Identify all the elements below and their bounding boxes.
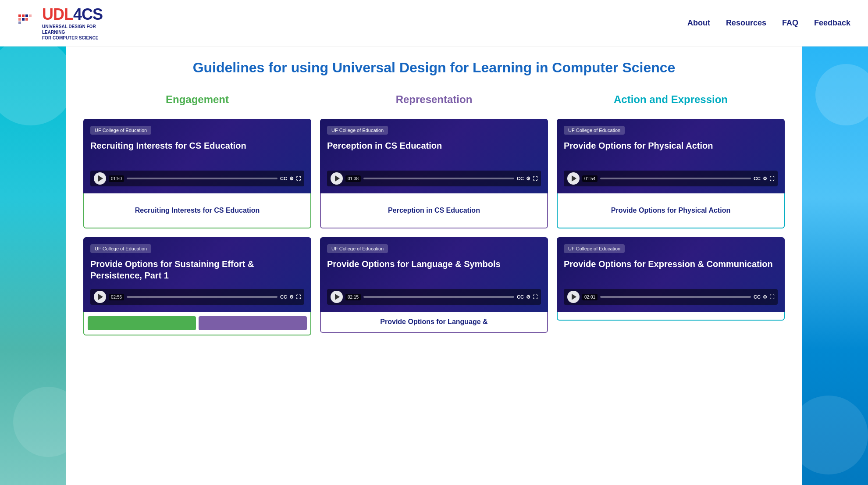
sidebar-left-decoration [0,46,66,485]
uf-badge-expression: UF College of Education [564,244,625,253]
video-thumbnail-perception[interactable]: UF College of Education Perception in CS… [320,119,548,193]
fullscreen-icon-recruiting[interactable]: ⛶ [296,176,301,181]
video-thumbnail-sustaining[interactable]: UF College of Education Provide Options … [83,237,311,312]
video-title-perception: Perception in CS Education [327,140,541,166]
play-icon-recruiting [98,175,103,182]
nav-feedback[interactable]: Feedback [814,18,850,28]
video-thumbnail-expression[interactable]: UF College of Education Provide Options … [557,237,785,312]
settings-icon-sustaining[interactable]: ⚙ [289,294,294,300]
progress-bar-perception[interactable] [363,178,514,179]
video-title-expression: Provide Options for Expression & Communi… [564,258,778,285]
settings-icon-language[interactable]: ⚙ [526,294,530,300]
card-perception: UF College of Education Perception in CS… [320,119,548,228]
video-controls-physical[interactable]: 01:54 CC ⚙ ⛶ [564,171,778,186]
control-icons-physical: CC ⚙ ⛶ [754,176,774,182]
fullscreen-icon-sustaining[interactable]: ⛶ [296,294,301,300]
uf-badge-physical: UF College of Education [564,126,625,135]
svg-rect-1 [18,14,21,17]
video-thumbnail-language[interactable]: UF College of Education Provide Options … [320,237,548,312]
card-label-perception[interactable]: Perception in CS Education [320,193,548,228]
video-controls-sustaining[interactable]: 02:56 CC ⚙ ⛶ [90,289,304,305]
fullscreen-icon-language[interactable]: ⛶ [533,294,537,300]
cc-icon-sustaining[interactable]: CC [280,294,287,300]
control-icons-perception: CC ⚙ ⛶ [517,176,537,182]
card-physical: UF College of Education Provide Options … [557,119,785,228]
logo-area: UDL4CS UNIVERSAL DESIGN FOR LEARNING FOR… [18,5,112,41]
svg-rect-5 [25,14,28,17]
nav-about[interactable]: About [687,18,710,28]
columns-header: Engagement Representation Action and Exp… [83,89,785,110]
control-icons-recruiting: CC ⚙ ⛶ [280,176,301,182]
uf-badge-sustaining: UF College of Education [90,244,151,253]
fullscreen-icon-physical[interactable]: ⛶ [769,176,774,181]
cc-icon-recruiting[interactable]: CC [280,176,287,181]
nav-resources[interactable]: Resources [726,18,766,28]
control-icons-sustaining: CC ⚙ ⛶ [280,294,301,300]
svg-rect-2 [22,14,25,17]
progress-bar-recruiting[interactable] [127,178,277,179]
play-icon-language [335,294,340,300]
card-expression: UF College of Education Provide Options … [557,237,785,335]
video-title-language: Provide Options for Language & Symbols [327,258,541,285]
cc-icon-expression[interactable]: CC [754,294,761,300]
settings-icon-expression[interactable]: ⚙ [763,294,767,300]
progress-bar-expression[interactable] [600,296,751,298]
video-title-recruiting: Recruiting Interests for CS Education [90,140,304,166]
col-title-engagement: Engagement [83,89,311,110]
duration-physical: 01:54 [582,175,598,182]
card-label-expression[interactable] [557,312,785,321]
play-button-expression[interactable] [567,291,580,303]
duration-recruiting: 01:50 [109,175,124,182]
card-sustaining: UF College of Education Provide Options … [83,237,311,335]
cards-row-2: UF College of Education Provide Options … [83,237,785,335]
play-button-physical[interactable] [567,172,580,185]
fullscreen-icon-expression[interactable]: ⛶ [769,294,774,300]
card-label-physical[interactable]: Provide Options for Physical Action [557,193,785,228]
label-btn-2-sustaining[interactable] [199,316,307,330]
play-button-sustaining[interactable] [94,291,106,303]
play-icon-sustaining [98,294,103,300]
duration-language: 02:15 [345,294,361,300]
cc-icon-perception[interactable]: CC [517,176,524,181]
cc-icon-language[interactable]: CC [517,294,524,300]
play-button-language[interactable] [331,291,343,303]
svg-rect-4 [22,18,25,21]
col-title-action: Action and Expression [557,89,785,110]
cc-icon-physical[interactable]: CC [754,176,761,181]
video-thumbnail-physical[interactable]: UF College of Education Provide Options … [557,119,785,193]
settings-icon-physical[interactable]: ⚙ [763,176,767,182]
card-label-language[interactable]: Provide Options for Language & [320,312,548,333]
logo-main-text: UDL4CS [42,5,112,24]
video-title-sustaining: Provide Options for Sustaining Effort & … [90,258,304,285]
video-controls-expression[interactable]: 02:01 CC ⚙ ⛶ [564,289,778,305]
video-thumbnail-recruiting[interactable]: UF College of Education Recruiting Inter… [83,119,311,193]
nav-faq[interactable]: FAQ [782,18,798,28]
video-controls-language[interactable]: 02:15 CC ⚙ ⛶ [327,289,541,305]
progress-bar-sustaining[interactable] [127,296,277,298]
card-recruiting: UF College of Education Recruiting Inter… [83,119,311,228]
play-icon-perception [335,175,340,182]
settings-icon-recruiting[interactable]: ⚙ [289,176,294,182]
duration-sustaining: 02:56 [109,294,124,300]
progress-bar-physical[interactable] [600,178,751,179]
fullscreen-icon-perception[interactable]: ⛶ [533,176,537,181]
logo-subtitle: UNIVERSAL DESIGN FOR LEARNING FOR COMPUT… [42,24,112,41]
play-button-perception[interactable] [331,172,343,185]
svg-rect-6 [25,18,28,21]
video-title-physical: Provide Options for Physical Action [564,140,778,166]
duration-perception: 01:38 [345,175,361,182]
card-label-sustaining-buttons [83,312,311,335]
video-controls-perception[interactable]: 01:38 CC ⚙ ⛶ [327,171,541,186]
progress-bar-language[interactable] [363,296,514,298]
play-icon-physical [572,175,576,182]
logo-text-block: UDL4CS UNIVERSAL DESIGN FOR LEARNING FOR… [42,5,112,41]
play-button-recruiting[interactable] [94,172,106,185]
page-title: Guidelines for using Universal Design fo… [83,60,785,76]
settings-icon-perception[interactable]: ⚙ [526,176,530,182]
card-label-recruiting[interactable]: Recruiting Interests for CS Education [83,193,311,228]
video-controls-recruiting[interactable]: 01:50 CC ⚙ ⛶ [90,171,304,186]
col-title-representation: Representation [320,89,548,110]
header: UDL4CS UNIVERSAL DESIGN FOR LEARNING FOR… [0,0,868,46]
label-btn-1-sustaining[interactable] [88,316,196,330]
card-language: UF College of Education Provide Options … [320,237,548,335]
